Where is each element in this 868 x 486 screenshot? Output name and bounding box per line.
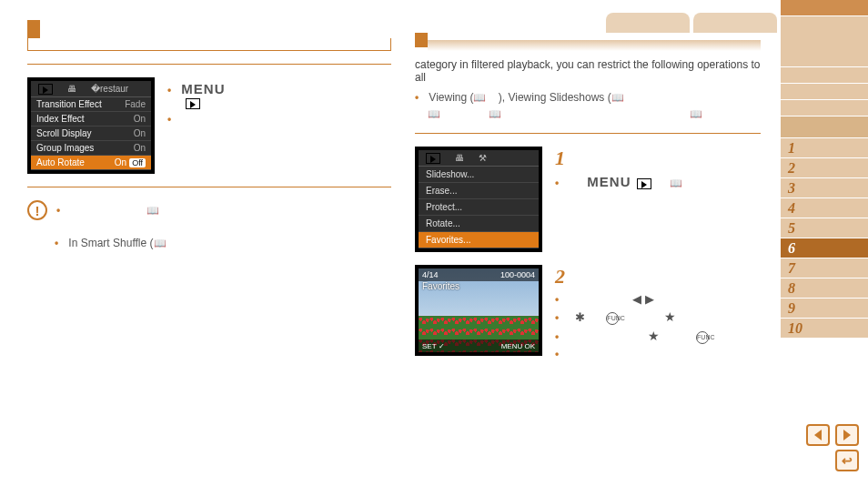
sidebar-subheader — [781, 16, 868, 67]
right-column: category in filtered playback, you can r… — [415, 33, 761, 364]
camera-menu-item: Slideshow... — [419, 167, 539, 183]
camera-settings-screenshot: 🖶 �restaur Transition EffectFade Index E… — [27, 77, 155, 174]
menu-label: MENU — [181, 81, 225, 96]
warning-list: 📖 — [56, 200, 391, 220]
instruction-item — [167, 113, 391, 126]
step-block: 🖶 �restaur Transition EffectFade Index E… — [27, 77, 391, 174]
camera-tab-bar: 🖶 ⚒ — [419, 150, 539, 167]
playback-tab-icon — [38, 84, 53, 95]
camera-setting-row: Transition EffectFade — [31, 97, 151, 112]
book-ref-icon: 📖 — [670, 177, 682, 188]
section-header — [415, 33, 761, 51]
instruction-item: ◀ ▶ — [555, 292, 761, 306]
burst-icon: ✱ — [575, 310, 585, 324]
left-column: 🖶 �restaur Transition EffectFade Index E… — [27, 20, 391, 253]
step-number: 2 — [555, 265, 761, 289]
sidebar-chapter-7[interactable]: 7 — [781, 258, 868, 278]
sidebar-chapter-4[interactable]: 4 — [781, 198, 868, 218]
book-ref-icon: 📖 — [146, 205, 159, 216]
operations-item: Viewing (📖 ), Viewing Slideshows (📖 — [415, 91, 761, 104]
func-set-icon: FUNC — [696, 331, 709, 344]
warning-item: 📖 — [56, 204, 391, 217]
photo-counter: 4/14 — [422, 270, 439, 279]
chapter-sidebar: 1 2 3 4 5 6 7 8 9 10 — [781, 0, 868, 486]
section-title — [27, 20, 391, 51]
instruction-item: ★ FUNC — [555, 329, 761, 344]
instruction-item: MENU 📖 — [555, 174, 761, 189]
menu-label: MENU — [587, 174, 631, 189]
divider — [27, 64, 391, 65]
intro-text: category in filtered playback, you can r… — [415, 58, 761, 84]
camera-menu-item: Protect... — [419, 199, 539, 216]
sidebar-chapter-6[interactable]: 6 — [781, 238, 868, 258]
instruction-item: ✱ FUNC ★ — [555, 309, 761, 325]
tools-tab-icon: ⚒ — [479, 153, 487, 163]
print-tab-icon: 🖶 — [455, 153, 464, 163]
step-2: 4/14 100-0004 Favorites SET ✓ MENU OK 2 … — [415, 265, 761, 364]
step-number: 1 — [555, 147, 761, 170]
sidebar-subheader — [781, 84, 868, 100]
book-ref-icon: 📖 — [690, 108, 702, 119]
star-icon: ★ — [648, 329, 660, 343]
sidebar-chapter-5[interactable]: 5 — [781, 218, 868, 238]
camera-setting-row-active: Auto Rotate OnOff — [31, 156, 151, 170]
header-tabs — [606, 13, 777, 33]
step-1: 🖶 ⚒ Slideshow... Erase... Protect... Rot… — [415, 147, 761, 252]
photo-folder: 100-0004 — [500, 270, 535, 279]
camera-menu-screenshot: 🖶 ⚒ Slideshow... Erase... Protect... Rot… — [415, 147, 542, 252]
step-instructions: MENU 📖 — [555, 174, 761, 189]
pager: ↩ — [806, 424, 859, 471]
ref-row: 📖 📖 📖 — [428, 107, 761, 120]
camera-setting-row: Index EffectOn — [31, 112, 151, 127]
sidebar-subheader — [781, 100, 868, 116]
camera-menu-item: Erase... — [419, 183, 539, 199]
triangle-left-icon — [814, 430, 822, 440]
camera-menu-item: Rotate... — [419, 216, 539, 232]
playback-tab-icon — [426, 153, 440, 164]
warning-icon: ! — [27, 200, 47, 220]
header-tab — [693, 13, 777, 33]
triangle-right-icon — [843, 430, 851, 440]
photo-hint-left: SET ✓ — [422, 342, 445, 350]
book-ref-icon: 📖 — [473, 92, 486, 103]
camera-tab-bar: 🖶 �restaur — [31, 81, 151, 97]
divider — [415, 133, 761, 134]
note-list: In Smart Shuffle (📖 — [55, 237, 391, 249]
sidebar-subheader — [781, 67, 868, 84]
return-button[interactable]: ↩ — [835, 450, 859, 471]
sidebar-chapter-3[interactable]: 3 — [781, 178, 868, 198]
sidebar-chapter-1[interactable]: 1 — [781, 138, 868, 158]
camera-setting-row: Group ImagesOn — [31, 141, 151, 156]
sidebar-chapter-9[interactable]: 9 — [781, 299, 868, 319]
book-ref-icon: 📖 — [154, 238, 167, 248]
nav-right-icon: ▶ — [645, 292, 654, 306]
playback-icon — [186, 98, 200, 109]
sidebar-chapter-2[interactable]: 2 — [781, 158, 868, 178]
tools-tab-icon: �restaur — [91, 84, 128, 94]
playback-photo-mock: 4/14 100-0004 Favorites SET ✓ MENU OK — [415, 265, 542, 356]
camera-menu-item-active: Favorites... — [419, 232, 539, 248]
book-ref-icon: 📖 — [428, 108, 440, 119]
return-icon: ↩ — [842, 453, 853, 468]
instruction-item: MENU — [167, 81, 391, 109]
divider — [27, 187, 391, 187]
photo-hint-right: MENU OK — [501, 342, 535, 350]
sidebar-chapter-8[interactable]: 8 — [781, 278, 868, 299]
note-item: In Smart Shuffle (📖 — [55, 237, 391, 249]
next-page-button[interactable] — [835, 424, 859, 446]
book-ref-icon: 📖 — [489, 108, 501, 119]
playback-icon — [637, 178, 651, 189]
header-tab — [606, 13, 690, 33]
star-icon: ★ — [664, 309, 676, 324]
prev-page-button[interactable] — [806, 424, 830, 446]
func-set-icon: FUNC — [606, 312, 619, 325]
instruction-list: MENU — [167, 81, 391, 126]
nav-left-icon: ◀ — [632, 292, 641, 306]
step-instructions: ◀ ▶ ✱ FUNC ★ ★ — [555, 292, 761, 360]
print-tab-icon: 🖶 — [67, 84, 76, 94]
operations-list: Viewing (📖 ), Viewing Slideshows (📖 — [415, 91, 761, 104]
warning-block: ! 📖 — [27, 200, 391, 220]
book-ref-icon: 📖 — [611, 92, 624, 103]
sidebar-chapter-10[interactable]: 10 — [781, 319, 868, 339]
camera-setting-row: Scroll DisplayOn — [31, 127, 151, 141]
